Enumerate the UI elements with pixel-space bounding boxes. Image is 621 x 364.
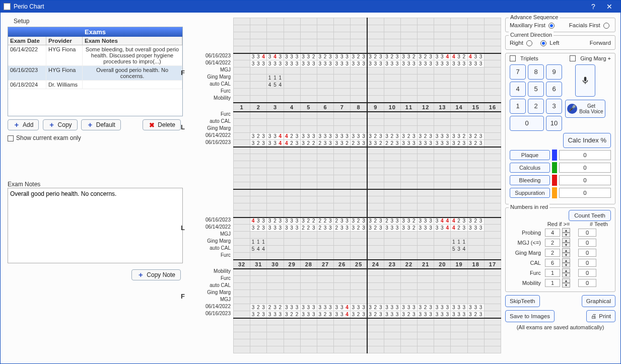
nr-value-input[interactable]: 2: [545, 239, 560, 247]
skip-teeth-button[interactable]: SkipTeeth: [505, 295, 540, 307]
key-3[interactable]: 3: [546, 99, 562, 114]
row-label: 06/14/2022: [188, 60, 232, 67]
index-plaque-button[interactable]: Plaque: [510, 150, 550, 160]
exams-title: Exams: [8, 27, 182, 37]
index-suppuration-value: 0: [559, 188, 611, 198]
side-label-F2: F: [181, 293, 185, 300]
nr-value-input[interactable]: 6: [545, 259, 560, 267]
mic-icon: [581, 76, 590, 85]
key-6[interactable]: 6: [546, 82, 562, 97]
row-label: [188, 39, 232, 46]
calc-index-button[interactable]: Calc Index %: [563, 133, 611, 148]
plus-icon: +: [87, 121, 94, 128]
direction-left-radio[interactable]: Left: [539, 40, 559, 46]
nr-value-input[interactable]: 2: [545, 249, 560, 257]
close-button[interactable]: ✕: [601, 3, 617, 11]
spinner[interactable]: ▲▼: [562, 248, 570, 257]
key-2[interactable]: 2: [528, 99, 544, 114]
nr-label: Probing: [510, 230, 543, 236]
maxillary-first-radio[interactable]: Maxillary First: [510, 22, 556, 29]
default-button[interactable]: +Default: [81, 119, 121, 130]
key-1[interactable]: 1: [510, 99, 526, 114]
graphical-button[interactable]: Graphical: [582, 295, 615, 307]
print-button[interactable]: 🖨Print: [586, 310, 615, 322]
exam-row[interactable]: 06/16/2023HYG FionaOverall good perio he…: [8, 66, 182, 81]
row-label: Mobility: [188, 95, 232, 102]
key-0[interactable]: 0: [510, 116, 544, 131]
forward-label: Forward: [590, 40, 611, 46]
nr-value-input[interactable]: 1: [545, 269, 560, 277]
row-label: Furc: [188, 88, 232, 95]
row-label: 06/16/2023: [188, 53, 232, 60]
spinner[interactable]: ▲▼: [562, 278, 570, 287]
triplets-checkbox[interactable]: Triplets: [510, 55, 538, 61]
plus-icon: +: [13, 121, 20, 128]
copy-note-button[interactable]: +Copy Note: [131, 269, 181, 280]
checkbox-icon: [8, 135, 14, 141]
row-label: [188, 196, 232, 203]
row-label: 06/14/2022: [188, 304, 232, 311]
titlebar: Perio Chart ? ✕: [1, 1, 620, 13]
row-label: [188, 25, 232, 32]
index-suppuration-button[interactable]: Suppuration: [510, 188, 550, 198]
key-4[interactable]: 4: [510, 82, 526, 97]
exam-row[interactable]: 06/14/2022HYG FionaSome bleeding, but ov…: [8, 45, 182, 66]
nr-teeth-value: 0: [578, 239, 596, 247]
nr-teeth-value: 0: [578, 229, 596, 237]
numbers-in-red-group: Numbers in red Count Teeth Red if >= # T…: [505, 207, 615, 292]
bola-voice-button[interactable]: 🎤 GetBola Voice: [565, 100, 605, 118]
row-label: [188, 259, 232, 268]
index-bleeding-button[interactable]: Bleeding: [510, 175, 550, 185]
exams-header: Exam Date Provider Exam Notes: [8, 37, 182, 45]
perio-table[interactable]: 3 3 43 4 33 3 33 3 23 2 33 3 33 2 33 2 3…: [233, 18, 501, 353]
show-current-checkbox[interactable]: Show current exam only: [8, 134, 183, 141]
exam-notes-textarea[interactable]: [8, 188, 183, 263]
gingmarg-checkbox[interactable]: Ging Marg +: [570, 55, 611, 61]
exam-row[interactable]: 06/18/2024Dr. Williams: [8, 81, 182, 89]
copy-button[interactable]: +Copy: [43, 119, 78, 130]
nr-label: CAL: [510, 260, 543, 266]
save-to-images-button[interactable]: Save to Images: [505, 310, 555, 322]
count-teeth-button[interactable]: Count Teeth: [569, 210, 611, 221]
side-label-L2: L: [181, 224, 185, 232]
nr-value-input[interactable]: 1: [545, 279, 560, 287]
row-label: [188, 318, 232, 325]
index-calculus-button[interactable]: Calculus: [510, 163, 550, 173]
spinner[interactable]: ▲▼: [562, 268, 570, 277]
delete-button[interactable]: ✖Delete: [143, 119, 181, 130]
row-label: Ging Marg: [188, 289, 232, 297]
spinner[interactable]: ▲▼: [562, 238, 570, 247]
row-label: 06/16/2023: [188, 217, 232, 224]
nr-value-input[interactable]: 4: [545, 229, 560, 237]
window-title: Perio Chart: [14, 3, 44, 10]
row-label: [188, 203, 232, 210]
numteeth-label: # Teeth: [587, 221, 611, 227]
spinner[interactable]: ▲▼: [562, 228, 570, 237]
row-label: [188, 175, 232, 182]
help-button[interactable]: ?: [585, 3, 601, 11]
index-plaque-value: 0: [559, 150, 611, 160]
key-8[interactable]: 8: [528, 64, 544, 80]
mic-button[interactable]: [575, 64, 595, 97]
add-button[interactable]: +Add: [8, 119, 39, 130]
delete-x-icon: ✖: [148, 121, 155, 128]
row-label: MGJ: [188, 67, 232, 74]
col-provider: Provider: [46, 37, 83, 45]
row-label: [188, 168, 232, 175]
spinner[interactable]: ▲▼: [562, 258, 570, 267]
side-label-F1: F: [181, 69, 185, 77]
col-date: Exam Date: [8, 37, 46, 45]
printer-icon: 🖨: [591, 313, 597, 319]
direction-right-radio[interactable]: Right: [510, 40, 534, 46]
key-5[interactable]: 5: [528, 82, 544, 97]
nr-label: Ging Marg: [510, 250, 543, 256]
row-label: MGJ: [188, 297, 232, 304]
key-9[interactable]: 9: [546, 64, 562, 80]
facials-first-radio[interactable]: Facials First: [569, 22, 611, 29]
row-label: Ging Marg: [188, 125, 232, 132]
swatch-icon: [552, 175, 557, 186]
row-label: Furc: [188, 111, 232, 118]
key-7[interactable]: 7: [510, 64, 526, 80]
key-10[interactable]: 10: [546, 116, 562, 131]
perio-chart-window: Perio Chart ? ✕ Setup Exams Exam Date Pr…: [0, 0, 621, 364]
